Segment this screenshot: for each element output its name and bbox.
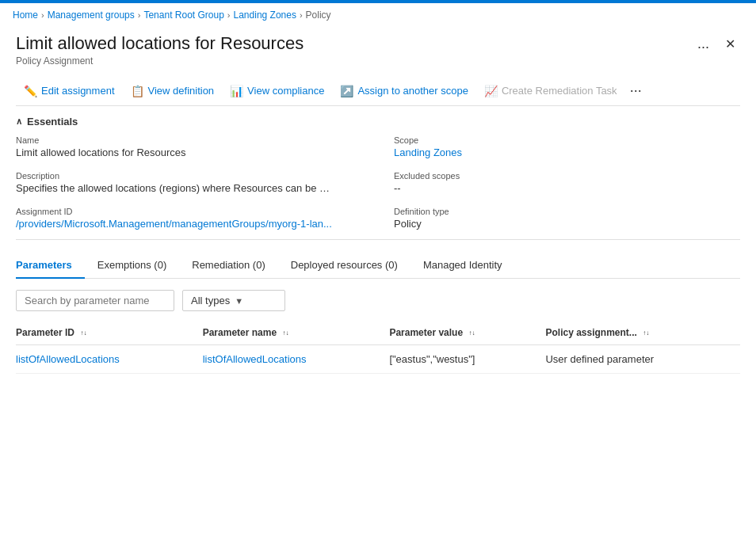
name-field: Name Limit allowed locations for Resourc… (16, 135, 362, 158)
description-label: Description (16, 171, 362, 181)
definition-type-label: Definition type (394, 207, 740, 216)
page-title: Limit allowed locations for Resources (16, 33, 304, 54)
excluded-scopes-label: Excluded scopes (394, 171, 740, 181)
col-param-id[interactable]: Parameter ID ↑↓ (16, 321, 203, 345)
edit-icon: ✏️ (24, 85, 37, 97)
tabs-bar: Parameters Exemptions (0) Remediation (0… (16, 253, 740, 279)
excluded-scopes-value: -- (394, 182, 740, 194)
definition-type-field: Definition type Policy (394, 207, 740, 230)
breadcrumb-sep-2: › (138, 10, 141, 20)
title-actions: ... ✕ (693, 34, 740, 54)
close-button[interactable]: ✕ (720, 35, 740, 53)
page-subtitle: Policy Assignment (16, 55, 740, 67)
name-label: Name (16, 135, 362, 145)
breadcrumb-sep-4: › (300, 10, 303, 20)
breadcrumb: Home › Management groups › Tenant Root G… (0, 3, 756, 27)
assign-scope-icon: ↗️ (340, 85, 353, 97)
cell-policy-assignment: User defined parameter (545, 345, 740, 374)
breadcrumb-sep-1: › (41, 10, 44, 20)
tab-exemptions[interactable]: Exemptions (0) (85, 253, 179, 279)
toolbar-more-button[interactable]: ··· (625, 81, 647, 101)
tab-remediation[interactable]: Remediation (0) (179, 253, 278, 279)
cell-param-name[interactable]: listOfAllowedLocations (203, 345, 390, 374)
essentials-grid: Name Limit allowed locations for Resourc… (16, 135, 740, 230)
essentials-header[interactable]: ∧ Essentials (16, 116, 740, 127)
assignment-id-value[interactable]: /providers/Microsoft.Management/manageme… (16, 218, 333, 230)
search-input[interactable] (16, 290, 174, 311)
col-policy-assignment[interactable]: Policy assignment... ↑↓ (545, 321, 740, 345)
remediation-icon: 📈 (484, 85, 498, 97)
description-value: Specifies the allowed locations (regions… (16, 182, 333, 194)
type-dropdown[interactable]: All types ▼ (182, 290, 285, 311)
sort-icon: ↑↓ (643, 330, 649, 337)
description-field: Description Specifies the allowed locati… (16, 171, 362, 194)
excluded-scopes-field: Excluded scopes -- (394, 171, 740, 194)
col-param-value[interactable]: Parameter value ↑↓ (389, 321, 545, 345)
filter-row: All types ▼ (16, 279, 740, 321)
name-value: Limit allowed locations for Resources (16, 147, 362, 158)
assign-scope-button[interactable]: ↗️ Assign to another scope (332, 82, 475, 101)
assignment-id-label: Assignment ID (16, 207, 362, 216)
breadcrumb-management-groups[interactable]: Management groups (48, 10, 135, 21)
breadcrumb-policy: Policy (306, 10, 331, 21)
breadcrumb-tenant-root[interactable]: Tenant Root Group (143, 10, 223, 21)
parameters-table: Parameter ID ↑↓ Parameter name ↑↓ Parame… (16, 321, 740, 374)
view-definition-icon: 📋 (131, 85, 144, 97)
breadcrumb-sep-3: › (227, 10, 231, 20)
tab-parameters[interactable]: Parameters (16, 253, 85, 279)
chevron-down-icon: ∧ (16, 116, 22, 127)
cell-param-value: ["eastus","westus"] (389, 345, 545, 374)
compliance-icon: 📊 (230, 85, 243, 97)
col-param-name[interactable]: Parameter name ↑↓ (203, 321, 390, 345)
edit-assignment-button[interactable]: ✏️ Edit assignment (16, 82, 123, 101)
view-definition-button[interactable]: 📋 View definition (123, 82, 223, 101)
toolbar: ✏️ Edit assignment 📋 View definition 📊 V… (16, 76, 740, 106)
definition-type-value: Policy (394, 218, 740, 230)
title-ellipsis-button[interactable]: ... (693, 34, 714, 54)
scope-value[interactable]: Landing Zones (394, 147, 711, 158)
assignment-id-field: Assignment ID /providers/Microsoft.Manag… (16, 207, 362, 230)
cell-param-id[interactable]: listOfAllowedLocations (16, 345, 203, 374)
tab-managed-identity[interactable]: Managed Identity (410, 253, 515, 279)
breadcrumb-landing-zones[interactable]: Landing Zones (234, 10, 296, 21)
sort-icon: ↑↓ (80, 330, 86, 337)
scope-field: Scope Landing Zones (394, 135, 740, 158)
tab-deployed-resources[interactable]: Deployed resources (0) (278, 253, 410, 279)
breadcrumb-home[interactable]: Home (13, 10, 38, 21)
sort-icon: ↑↓ (468, 330, 475, 337)
scope-label: Scope (394, 135, 740, 145)
view-compliance-button[interactable]: 📊 View compliance (222, 82, 332, 101)
create-remediation-button[interactable]: 📈 Create Remediation Task (476, 82, 625, 101)
chevron-down-icon: ▼ (235, 296, 243, 306)
table-header-row: Parameter ID ↑↓ Parameter name ↑↓ Parame… (16, 321, 740, 345)
sort-icon: ↑↓ (282, 330, 288, 337)
type-dropdown-value: All types (191, 295, 230, 306)
essentials-section: ∧ Essentials Name Limit allowed location… (16, 106, 740, 240)
table-row: listOfAllowedLocations listOfAllowedLoca… (16, 345, 740, 374)
